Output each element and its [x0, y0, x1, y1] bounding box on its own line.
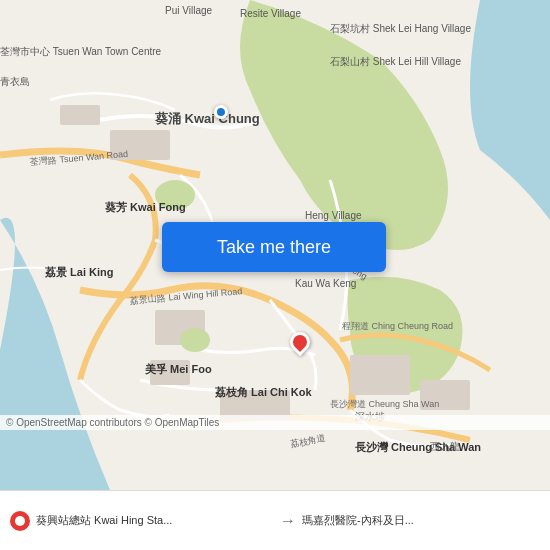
map-container: 葵涌 Kwai Chung 葵芳 Kwai Fong 荔景山路 Lai Wing…: [0, 0, 550, 490]
bottom-to-text: 瑪嘉烈醫院-內科及日...: [302, 513, 540, 528]
svg-point-9: [180, 328, 210, 352]
svg-point-10: [15, 516, 25, 526]
take-me-there-button[interactable]: Take me there: [162, 222, 386, 272]
origin-pin: [214, 105, 228, 119]
svg-rect-6: [420, 380, 470, 410]
bottom-bar: 葵興站總站 Kwai Hing Sta... → 瑪嘉烈醫院-內科及日...: [0, 490, 550, 550]
location-svg-icon: [13, 514, 27, 528]
bottom-from-text: 葵興站總站 Kwai Hing Sta...: [36, 513, 274, 528]
copyright-bar: © OpenStreetMap contributors © OpenMapTi…: [0, 415, 550, 430]
svg-rect-2: [60, 105, 100, 125]
arrow-icon: →: [280, 512, 296, 530]
origin-icon: [10, 511, 30, 531]
svg-point-8: [155, 180, 195, 210]
svg-rect-5: [350, 355, 410, 395]
svg-rect-1: [110, 130, 170, 160]
svg-rect-7: [150, 360, 190, 385]
